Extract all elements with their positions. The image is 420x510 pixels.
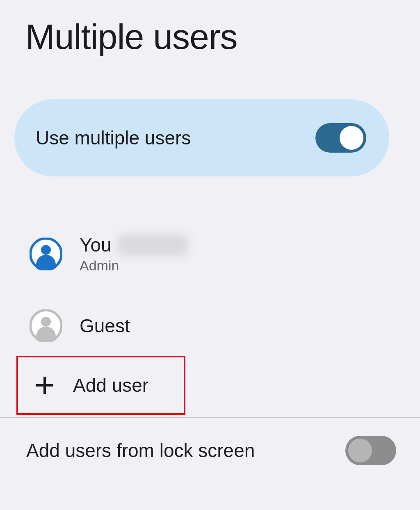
user-name-blurred-suffix <box>118 234 188 256</box>
svg-point-1 <box>41 245 51 255</box>
switch-thumb <box>340 126 363 150</box>
add-user-button[interactable]: Add user <box>16 356 185 415</box>
multiple-users-screen: Multiple users Use multiple users You Ad… <box>0 0 420 510</box>
plus-icon <box>34 375 55 396</box>
svg-point-3 <box>41 317 51 327</box>
add-users-from-lock-screen-row[interactable]: Add users from lock screen <box>26 436 396 465</box>
user-avatar-icon <box>30 309 62 342</box>
user-role: Admin <box>80 258 188 274</box>
section-divider <box>0 417 420 418</box>
use-multiple-users-row[interactable]: Use multiple users <box>14 99 389 176</box>
user-name: Guest <box>80 315 130 337</box>
user-row-you[interactable]: You Admin <box>30 234 188 274</box>
user-name: You <box>80 234 112 256</box>
add-users-from-lock-screen-label: Add users from lock screen <box>26 439 255 462</box>
user-row-guest[interactable]: Guest <box>30 309 130 342</box>
add-user-label: Add user <box>73 374 148 396</box>
switch-thumb <box>348 439 372 462</box>
svg-rect-5 <box>36 384 53 387</box>
use-multiple-users-switch[interactable] <box>315 123 366 153</box>
user-text-block: Guest <box>80 315 130 337</box>
page-title: Multiple users <box>25 16 237 57</box>
add-users-from-lock-screen-switch[interactable] <box>345 436 396 465</box>
user-text-block: You Admin <box>80 234 188 274</box>
user-avatar-icon <box>30 238 62 270</box>
use-multiple-users-label: Use multiple users <box>36 127 191 149</box>
